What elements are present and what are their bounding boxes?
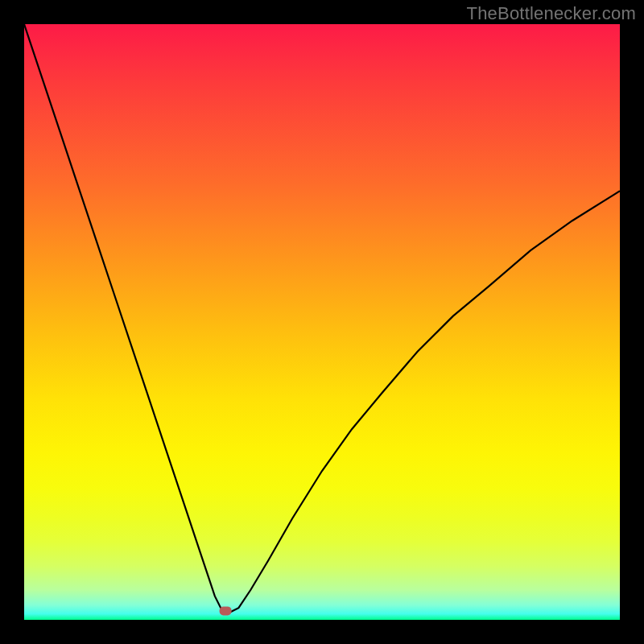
chart-svg	[24, 24, 620, 620]
bottleneck-curve	[24, 24, 620, 614]
chart-frame: TheBottlenecker.com	[0, 0, 644, 644]
optimal-point-marker	[220, 606, 232, 615]
watermark-text: TheBottlenecker.com	[467, 3, 636, 24]
plot-area	[24, 24, 620, 620]
